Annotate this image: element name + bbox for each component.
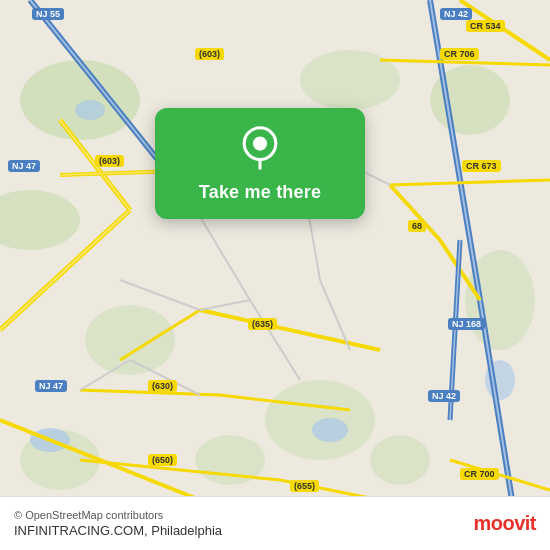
- app-name-text: INFINITRACING.COM, Philadelphia: [14, 523, 222, 538]
- label-nj47-mid: NJ 47: [8, 160, 40, 172]
- moovit-logo-text: moovit: [473, 512, 536, 535]
- svg-point-53: [253, 137, 267, 151]
- label-r630: (630): [148, 380, 177, 392]
- svg-point-13: [312, 418, 348, 442]
- label-r603-top: (603): [195, 48, 224, 60]
- svg-point-4: [265, 380, 375, 460]
- label-r68: 68: [408, 220, 426, 232]
- attribution-text: © OpenStreetMap contributors: [14, 509, 222, 521]
- label-r603-mid: (603): [95, 155, 124, 167]
- svg-point-11: [75, 100, 105, 120]
- svg-point-7: [370, 435, 430, 485]
- svg-point-1: [20, 60, 140, 140]
- label-r650: (650): [148, 454, 177, 466]
- label-r635: (635): [248, 318, 277, 330]
- label-nj42-top: NJ 42: [440, 8, 472, 20]
- label-nj42-low: NJ 42: [428, 390, 460, 402]
- moovit-logo: moovit: [473, 512, 536, 535]
- label-cr673: CR 673: [462, 160, 501, 172]
- popup-card: Take me there: [155, 108, 365, 219]
- label-nj47-low: NJ 47: [35, 380, 67, 392]
- label-nj55: NJ 55: [32, 8, 64, 20]
- label-cr706: CR 706: [440, 48, 479, 60]
- bottom-bar: © OpenStreetMap contributors INFINITRACI…: [0, 496, 550, 550]
- svg-point-3: [85, 305, 175, 375]
- label-r655: (655): [290, 480, 319, 492]
- label-cr700: CR 700: [460, 468, 499, 480]
- label-nj168: NJ 168: [448, 318, 485, 330]
- map-container: NJ 55 NJ 42 CR 534 (603) CR 706 NJ 47 (6…: [0, 0, 550, 550]
- take-me-there-button[interactable]: Take me there: [199, 182, 321, 203]
- location-pin-icon: [238, 126, 282, 170]
- label-cr534: CR 534: [466, 20, 505, 32]
